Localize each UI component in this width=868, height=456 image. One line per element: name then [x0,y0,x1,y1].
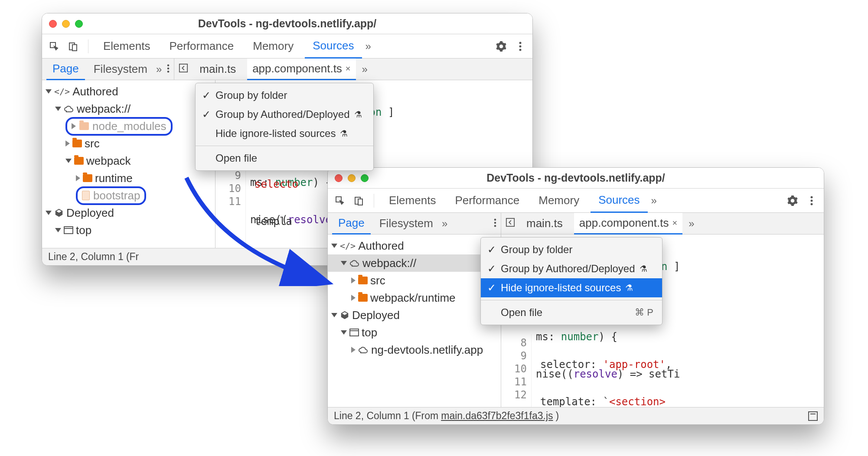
source-map-link[interactable]: main.da63f7b2fe3f1fa3.js [441,410,553,422]
menu-open-file[interactable]: Open file [196,149,373,168]
flask-icon: ⚗ [640,264,647,274]
tree-deployed[interactable]: Deployed [328,306,501,324]
cube-icon [54,208,64,218]
device-toolbar-icon[interactable] [65,39,81,54]
more-subtabs-icon[interactable]: » [156,63,162,75]
tab-sources[interactable]: Sources [305,34,362,59]
tree-authored[interactable]: </>Authored [328,237,501,254]
tree-webpack-root[interactable]: webpack:// [328,254,501,272]
svg-point-6 [167,64,170,66]
filetab-appcomponent[interactable]: app.component.ts × [574,213,682,235]
titlebar: DevTools - ng-devtools.netlify.app/ [42,13,532,34]
filetab-main[interactable]: main.ts [194,59,241,80]
menu-group-by-folder[interactable]: ✓Group by folder [196,86,373,105]
folder-icon [72,140,82,147]
sources-subtabbar: Page Filesystem » main.ts app.component.… [42,59,532,80]
inspect-icon[interactable] [332,193,348,208]
context-menu: ✓Group by folder ✓Group by Authored/Depl… [195,83,374,171]
tab-memory[interactable]: Memory [531,189,587,213]
file-icon [82,191,90,200]
flask-icon: ⚗ [625,283,633,293]
kebab-menu-icon[interactable] [512,39,528,54]
context-menu: ✓Group by folder ✓Group by Authored/Depl… [480,237,662,325]
folder-icon [358,277,368,284]
cursor-position: Line 2, Column 1 [48,251,124,263]
tree-src[interactable]: src [328,272,501,289]
tree-node-modules[interactable]: node_modules [42,117,215,135]
more-filetabs-icon[interactable]: » [689,218,694,230]
svg-rect-2 [72,45,77,51]
filetab-main[interactable]: main.ts [521,213,568,235]
window-title: DevTools - ng-devtools.netlify.app/ [328,172,824,184]
tree-runtime[interactable]: runtime [42,169,215,187]
tree-src[interactable]: src [42,135,215,152]
filetab-appcomponent[interactable]: app.component.ts × [247,59,356,80]
tree-webpack-runtime[interactable]: webpack/runtime [328,289,501,306]
svg-rect-22 [350,329,359,336]
settings-icon[interactable] [785,193,800,208]
subtab-filesystem[interactable]: Filesystem [373,213,439,235]
svg-rect-9 [179,64,187,72]
svg-rect-10 [64,227,73,234]
svg-point-15 [811,196,813,198]
tree-top[interactable]: top [328,324,501,341]
kebab-menu-icon[interactable] [494,217,496,230]
more-filetabs-icon[interactable]: » [362,63,368,75]
cloud-icon [358,346,369,354]
tree-deployed[interactable]: Deployed [42,204,215,221]
svg-point-5 [519,49,522,51]
svg-point-8 [167,71,170,73]
svg-point-7 [167,68,170,70]
close-icon[interactable]: × [672,218,678,228]
cloud-icon [349,259,360,267]
subtab-filesystem[interactable]: Filesystem [88,59,153,80]
tab-memory[interactable]: Memory [245,34,301,59]
tree-bootstrap[interactable]: bootstrap [42,187,215,204]
tab-sources[interactable]: Sources [591,189,647,213]
close-icon[interactable]: × [346,64,351,74]
menu-hide-ignore-listed[interactable]: ✓Hide ignore-listed sources⚗ [481,278,662,297]
nav-back-icon[interactable] [506,217,515,230]
drawer-toggle-icon[interactable] [808,411,818,421]
tab-elements[interactable]: Elements [95,34,158,59]
svg-rect-14 [358,199,362,205]
menu-group-by-authored[interactable]: ✓Group by Authored/Deployed⚗ [196,105,373,124]
menu-group-by-folder[interactable]: ✓Group by folder [481,240,662,259]
settings-icon[interactable] [493,39,509,54]
folder-icon [358,294,368,302]
svg-point-18 [494,218,496,221]
kebab-menu-icon[interactable] [804,193,819,208]
main-tabbar: Elements Performance Memory Sources » [42,34,532,59]
tree-webpack-root[interactable]: webpack:// [42,100,215,117]
tab-performance[interactable]: Performance [447,189,527,213]
sources-subtabbar: Page Filesystem » main.ts app.component.… [328,213,824,235]
svg-point-17 [811,203,813,205]
statusbar: Line 2, Column 1 (From main.da63f7b2fe3f… [328,407,824,424]
tree-top[interactable]: top [42,221,215,239]
menu-hide-ignore-listed[interactable]: Hide ignore-listed sources⚗ [196,124,373,143]
folder-icon [83,174,92,182]
device-toolbar-icon[interactable] [351,193,367,208]
more-tabs-icon[interactable]: » [365,40,371,52]
inspect-icon[interactable] [46,39,62,54]
menu-open-file[interactable]: Open file⌘ P [481,303,662,322]
subtab-page[interactable]: Page [332,213,371,235]
svg-point-19 [494,222,496,224]
folder-icon [79,122,89,130]
nav-back-icon[interactable] [179,62,188,76]
tree-webpack-folder[interactable]: webpack [42,152,215,169]
svg-point-20 [494,225,496,227]
tree-authored[interactable]: </>Authored [42,83,215,100]
svg-point-4 [519,45,522,47]
tree-domain[interactable]: ng-devtools.netlify.app [328,341,501,358]
window-icon [349,329,359,336]
tab-elements[interactable]: Elements [381,189,444,213]
more-subtabs-icon[interactable]: » [442,218,447,230]
menu-group-by-authored[interactable]: ✓Group by Authored/Deployed⚗ [481,259,662,278]
svg-rect-21 [506,218,514,226]
more-tabs-icon[interactable]: » [651,195,657,207]
subtab-page[interactable]: Page [46,59,85,80]
flask-icon: ⚗ [340,128,348,139]
kebab-menu-icon[interactable] [167,62,170,76]
tab-performance[interactable]: Performance [161,34,241,59]
